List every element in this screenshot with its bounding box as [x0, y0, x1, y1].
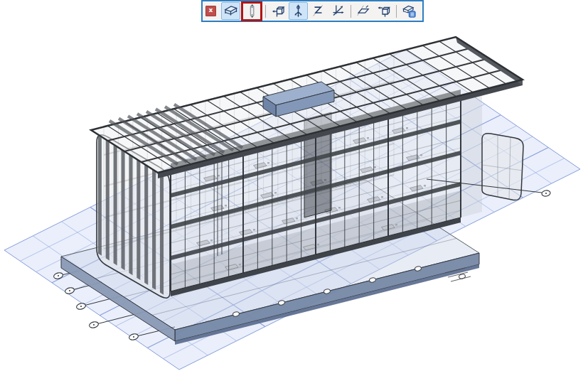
elevate-cube-icon [376, 4, 391, 18]
toolbar-separator [351, 5, 351, 18]
floating-palette[interactable]: x [201, 0, 424, 22]
multiply-element-button[interactable] [328, 2, 348, 20]
parallelogram-slash-icon [356, 4, 371, 18]
right-louver-shell[interactable] [482, 134, 523, 200]
anchor-arrows-icon [291, 4, 306, 18]
move-along-frame-button[interactable] [289, 2, 308, 20]
mullion-icon [245, 4, 260, 18]
edit-mullion-button[interactable] [241, 1, 262, 21]
table-frame-icon [223, 4, 238, 18]
axes-arrows-icon [331, 4, 346, 18]
3d-viewport[interactable] [0, 0, 588, 371]
drag-element-button[interactable] [269, 2, 288, 20]
offset-panel-button[interactable] [354, 2, 373, 20]
drag-cube-icon [271, 4, 286, 18]
elevate-element-button[interactable] [374, 2, 393, 20]
skew-z-icon [311, 4, 326, 18]
edit-frame-button[interactable] [221, 2, 240, 20]
toolbar-separator [396, 5, 397, 18]
table-settings-icon [402, 4, 417, 18]
close-icon[interactable]: x [205, 6, 216, 16]
skew-element-button[interactable] [309, 2, 328, 20]
toolbar-separator [265, 5, 266, 18]
panel-settings-button[interactable] [400, 2, 419, 20]
